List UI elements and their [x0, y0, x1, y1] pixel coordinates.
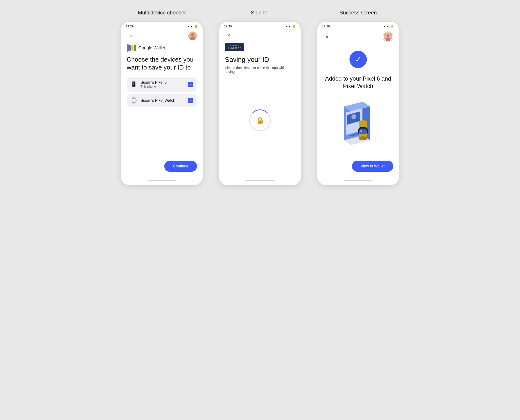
logo-blue [127, 44, 129, 52]
spinner-section: Spinner 12:30 ▾ ▲ 🔋 × AUBURN UNIVERSI [214, 10, 306, 185]
status-bar-1: 11:29 ▾ ▲ 🔋 [121, 22, 203, 30]
close-button-2[interactable]: × [225, 31, 233, 39]
phone-device-icon: 📱 [131, 81, 137, 88]
battery-icon: 🔋 [194, 24, 198, 28]
spacer-1 [127, 113, 197, 161]
svg-point-21 [360, 130, 362, 132]
signal-icon-2: ▲ [288, 24, 291, 28]
device-info-pixel6: Susan's Pixel 6 This phone [141, 80, 185, 88]
device-name-watch: Susan's Pixel Watch [141, 98, 185, 103]
success-section: Success screen 12:30 ▾ ▲ 🔋 × [312, 10, 404, 185]
spinner-content: × AUBURN UNIVERSITY Saving your ID Pleas… [219, 30, 301, 178]
status-icons-3: ▾ ▲ 🔋 [384, 24, 394, 28]
status-icons-1: ▾ ▲ 🔋 [187, 24, 198, 28]
illustration-svg [332, 97, 385, 145]
svg-point-4 [386, 34, 389, 37]
avatar-ring-3 [383, 31, 393, 42]
university-text-line1: AUBURN [230, 45, 239, 47]
time-3: 12:30 [322, 24, 330, 28]
battery-icon-3: 🔋 [390, 24, 394, 28]
battery-icon-2: 🔋 [292, 24, 296, 28]
wallet-brand: Google Wallet [127, 44, 197, 52]
logo-yellow [132, 45, 134, 50]
check-icon: ✓ [355, 55, 362, 64]
device-illustration [332, 97, 385, 145]
section-title-3: Success screen [339, 10, 377, 18]
main-heading-1: Choose the devices you want to save your… [127, 56, 197, 71]
status-icons-2: ▾ ▲ 🔋 [285, 24, 296, 28]
wifi-icon-3: ▾ [384, 24, 385, 28]
home-indicator-2 [245, 180, 275, 181]
lock-icon: 🔒 [256, 116, 264, 124]
device-list: 📱 Susan's Pixel 6 This phone ✓ ⌚ Susan's… [127, 77, 197, 107]
success-heading: Added to your Pixel 6 and Pixel Watch [323, 75, 393, 90]
device-info-watch: Susan's Pixel Watch [141, 98, 185, 103]
phone-frame-1: 11:29 ▾ ▲ 🔋 × [121, 22, 203, 185]
time-2: 12:30 [224, 24, 232, 28]
signal-icon-3: ▲ [386, 24, 389, 28]
google-wallet-logo [127, 44, 136, 52]
home-indicator-1 [148, 180, 176, 181]
saving-heading: Saving your ID [225, 56, 295, 63]
success-checkmark: ✓ [349, 51, 367, 68]
view-wallet-button[interactable]: View in Wallet [352, 161, 393, 172]
device-item-pixel6[interactable]: 📱 Susan's Pixel 6 This phone ✓ [127, 77, 197, 92]
wifi-icon-2: ▾ [285, 24, 287, 28]
checkbox-pixel6[interactable]: ✓ [188, 82, 193, 87]
time-1: 11:29 [126, 24, 134, 28]
svg-point-19 [359, 136, 367, 140]
top-bar-2: × [225, 30, 295, 43]
close-button-1[interactable]: × [127, 32, 134, 40]
phone-frame-2: 12:30 ▾ ▲ 🔋 × AUBURN UNIVERSITY Saving y… [219, 22, 301, 185]
top-bar-3: × [323, 30, 393, 46]
wifi-icon: ▾ [187, 24, 189, 28]
home-indicator-3 [344, 180, 372, 181]
phone-content-1: × [121, 30, 203, 178]
watch-device-icon: ⌚ [131, 98, 137, 104]
logo-red [129, 45, 131, 51]
spinner-area: 🔒 [225, 88, 295, 172]
device-sub-pixel6: This phone [141, 85, 185, 88]
close-button-3[interactable]: × [323, 33, 331, 41]
continue-button[interactable]: Continue [164, 161, 197, 172]
university-text-line2: UNIVERSITY [228, 47, 241, 49]
avatar-3 [384, 32, 392, 41]
signal-icon: ▲ [190, 24, 193, 28]
svg-point-11 [351, 114, 356, 119]
device-item-watch[interactable]: ⌚ Susan's Pixel Watch ✓ [127, 94, 197, 107]
status-bar-2: 12:30 ▾ ▲ 🔋 [219, 22, 301, 30]
device-name-pixel6: Susan's Pixel 6 [141, 80, 185, 85]
top-bar-1: × [127, 30, 197, 44]
spinner-ring: 🔒 [249, 109, 271, 131]
svg-point-1 [191, 33, 194, 37]
saving-subtext: Please don't leave or close this app whi… [225, 66, 295, 74]
section-title-1: Multi device chooser [138, 10, 186, 18]
avatar-1 [188, 31, 197, 40]
page-container: Multi device chooser 11:29 ▾ ▲ 🔋 × [116, 10, 404, 185]
checkbox-watch[interactable]: ✓ [188, 98, 193, 103]
section-title-2: Spinner [251, 10, 269, 18]
status-bar-3: 12:30 ▾ ▲ 🔋 [317, 22, 399, 30]
university-badge: AUBURN UNIVERSITY [225, 43, 244, 51]
wallet-name: Google Wallet [138, 45, 165, 51]
logo-green [134, 45, 136, 51]
svg-rect-20 [359, 129, 367, 134]
phone-frame-3: 12:30 ▾ ▲ 🔋 × [317, 22, 399, 185]
success-content: × ✓ Adde [317, 30, 399, 178]
multi-device-section: Multi device chooser 11:29 ▾ ▲ 🔋 × [116, 10, 208, 185]
